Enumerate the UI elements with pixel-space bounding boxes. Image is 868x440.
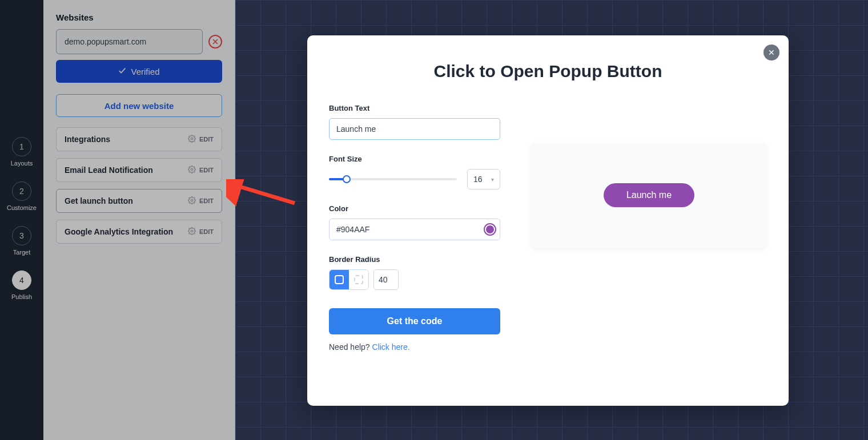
gear-icon — [188, 135, 196, 144]
slider-thumb[interactable] — [343, 175, 351, 183]
step-target[interactable]: 3 Target — [12, 226, 31, 256]
edit-label: EDIT — [199, 167, 214, 173]
help-link[interactable]: Click here. — [372, 342, 410, 352]
color-label: Color — [329, 204, 500, 213]
edit-label: EDIT — [199, 136, 214, 143]
edit-button[interactable]: EDIT — [188, 165, 214, 175]
step-customize[interactable]: 2 Customize — [7, 181, 37, 211]
verified-button[interactable]: Verified — [56, 60, 222, 83]
close-icon: ✕ — [768, 48, 775, 57]
font-size-value: 16 — [473, 175, 483, 184]
check-icon — [118, 67, 126, 76]
sidebar-item-label: Google Analytics Integration — [65, 227, 173, 236]
step-label: Publish — [11, 293, 32, 300]
border-radius-input[interactable] — [373, 269, 399, 290]
button-text-label: Button Text — [329, 104, 500, 112]
gear-icon — [188, 196, 196, 205]
help-text: Need help? Click here. — [329, 342, 500, 352]
get-code-button[interactable]: Get the code — [329, 308, 500, 334]
step-publish[interactable]: 4 Publish — [11, 271, 32, 300]
edit-label: EDIT — [199, 197, 214, 204]
delete-website-button[interactable] — [208, 35, 222, 49]
gear-icon — [188, 227, 196, 236]
canvas-area: ✕ Click to Open Popup Button Button Text… — [235, 0, 868, 440]
edit-button[interactable]: EDIT — [188, 196, 214, 205]
color-swatch[interactable] — [484, 223, 496, 236]
verified-label: Verified — [131, 67, 159, 76]
preview-launch-button[interactable]: Launch me — [604, 183, 694, 207]
edit-button[interactable]: EDIT — [188, 135, 214, 144]
border-radius-toggle — [329, 269, 369, 290]
step-number: 1 — [12, 137, 31, 156]
website-row — [56, 29, 222, 54]
step-number: 3 — [12, 226, 31, 245]
svg-point-2 — [191, 138, 193, 140]
svg-point-4 — [191, 199, 193, 201]
font-size-slider[interactable] — [329, 173, 457, 185]
preview-box: Launch me — [531, 143, 767, 248]
button-text-input[interactable] — [329, 118, 500, 140]
step-number: 2 — [12, 181, 31, 201]
websites-heading: Websites — [56, 13, 222, 22]
step-label: Target — [13, 249, 31, 256]
sidebar-item-google-analytics[interactable]: Google Analytics Integration EDIT — [56, 220, 222, 244]
color-input[interactable] — [336, 225, 484, 234]
sidebar-item-integrations[interactable]: Integrations EDIT — [56, 127, 222, 151]
sidebar-item-label: Get launch button — [65, 196, 133, 205]
website-input[interactable] — [56, 29, 203, 54]
close-button[interactable]: ✕ — [763, 45, 779, 60]
preview-column: Launch me — [531, 104, 767, 352]
launch-button-modal: ✕ Click to Open Popup Button Button Text… — [307, 35, 789, 406]
sidebar-item-label: Email Lead Notification — [65, 165, 153, 175]
border-radius-square-option[interactable] — [349, 270, 368, 289]
edit-label: EDIT — [199, 228, 214, 235]
step-layouts[interactable]: 1 Layouts — [11, 137, 33, 167]
font-size-label: Font Size — [329, 155, 500, 163]
font-size-select[interactable]: 16 — [467, 169, 500, 189]
color-input-wrap — [329, 219, 500, 240]
step-number: 4 — [12, 271, 31, 290]
sidebar-item-label: Integrations — [65, 135, 110, 144]
sidebar-panel: Websites Verified Add new website Integr… — [43, 0, 235, 440]
add-website-button[interactable]: Add new website — [56, 94, 222, 117]
form-column: Button Text Font Size 16 — [329, 104, 500, 352]
help-prefix: Need help? — [329, 342, 372, 352]
step-label: Layouts — [11, 160, 33, 167]
step-rail: 1 Layouts 2 Customize 3 Target 4 Publish — [0, 0, 43, 440]
svg-point-5 — [191, 230, 193, 232]
step-label: Customize — [7, 204, 37, 211]
border-radius-rounded-option[interactable] — [329, 270, 349, 289]
sidebar-item-launch-button[interactable]: Get launch button EDIT — [56, 189, 222, 213]
color-swatch-fill — [486, 225, 494, 233]
sidebar-item-email-lead[interactable]: Email Lead Notification EDIT — [56, 158, 222, 182]
gear-icon — [188, 165, 196, 175]
modal-title: Click to Open Popup Button — [329, 62, 767, 81]
svg-point-3 — [191, 168, 193, 171]
edit-button[interactable]: EDIT — [188, 227, 214, 236]
border-radius-label: Border Radius — [329, 255, 500, 264]
